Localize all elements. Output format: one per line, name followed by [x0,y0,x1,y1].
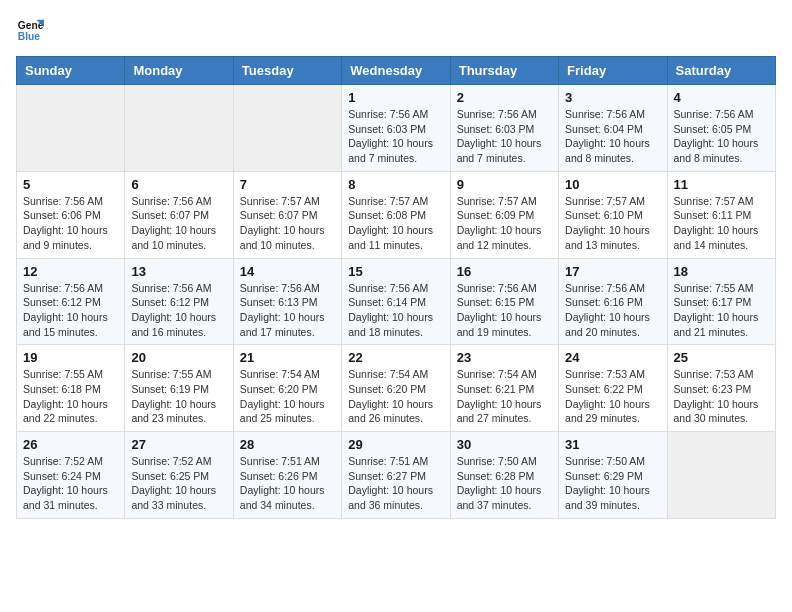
day-info: Sunrise: 7:55 AMSunset: 6:19 PMDaylight:… [131,367,226,426]
week-row-2: 5Sunrise: 7:56 AMSunset: 6:06 PMDaylight… [17,171,776,258]
calendar-cell: 28Sunrise: 7:51 AMSunset: 6:26 PMDayligh… [233,432,341,519]
day-info: Sunrise: 7:57 AMSunset: 6:08 PMDaylight:… [348,194,443,253]
day-number: 24 [565,350,660,365]
calendar-cell: 19Sunrise: 7:55 AMSunset: 6:18 PMDayligh… [17,345,125,432]
calendar-cell [667,432,775,519]
week-row-4: 19Sunrise: 7:55 AMSunset: 6:18 PMDayligh… [17,345,776,432]
calendar-header-row: SundayMondayTuesdayWednesdayThursdayFrid… [17,57,776,85]
day-number: 23 [457,350,552,365]
calendar-cell [233,85,341,172]
day-info: Sunrise: 7:51 AMSunset: 6:27 PMDaylight:… [348,454,443,513]
day-number: 11 [674,177,769,192]
calendar-cell: 20Sunrise: 7:55 AMSunset: 6:19 PMDayligh… [125,345,233,432]
day-header-wednesday: Wednesday [342,57,450,85]
week-row-5: 26Sunrise: 7:52 AMSunset: 6:24 PMDayligh… [17,432,776,519]
calendar-cell: 12Sunrise: 7:56 AMSunset: 6:12 PMDayligh… [17,258,125,345]
calendar-cell: 15Sunrise: 7:56 AMSunset: 6:14 PMDayligh… [342,258,450,345]
day-number: 8 [348,177,443,192]
calendar-cell: 4Sunrise: 7:56 AMSunset: 6:05 PMDaylight… [667,85,775,172]
day-number: 31 [565,437,660,452]
calendar-cell [125,85,233,172]
day-info: Sunrise: 7:56 AMSunset: 6:05 PMDaylight:… [674,107,769,166]
day-number: 28 [240,437,335,452]
day-header-monday: Monday [125,57,233,85]
day-info: Sunrise: 7:50 AMSunset: 6:29 PMDaylight:… [565,454,660,513]
calendar-cell: 1Sunrise: 7:56 AMSunset: 6:03 PMDaylight… [342,85,450,172]
day-number: 5 [23,177,118,192]
calendar-cell: 7Sunrise: 7:57 AMSunset: 6:07 PMDaylight… [233,171,341,258]
day-info: Sunrise: 7:54 AMSunset: 6:21 PMDaylight:… [457,367,552,426]
week-row-3: 12Sunrise: 7:56 AMSunset: 6:12 PMDayligh… [17,258,776,345]
calendar-cell: 18Sunrise: 7:55 AMSunset: 6:17 PMDayligh… [667,258,775,345]
day-header-saturday: Saturday [667,57,775,85]
day-info: Sunrise: 7:57 AMSunset: 6:11 PMDaylight:… [674,194,769,253]
day-header-tuesday: Tuesday [233,57,341,85]
calendar-cell: 25Sunrise: 7:53 AMSunset: 6:23 PMDayligh… [667,345,775,432]
calendar-cell: 11Sunrise: 7:57 AMSunset: 6:11 PMDayligh… [667,171,775,258]
calendar-cell [17,85,125,172]
day-info: Sunrise: 7:56 AMSunset: 6:07 PMDaylight:… [131,194,226,253]
calendar-cell: 29Sunrise: 7:51 AMSunset: 6:27 PMDayligh… [342,432,450,519]
calendar-cell: 24Sunrise: 7:53 AMSunset: 6:22 PMDayligh… [559,345,667,432]
week-row-1: 1Sunrise: 7:56 AMSunset: 6:03 PMDaylight… [17,85,776,172]
day-number: 7 [240,177,335,192]
day-info: Sunrise: 7:50 AMSunset: 6:28 PMDaylight:… [457,454,552,513]
day-number: 27 [131,437,226,452]
calendar-cell: 8Sunrise: 7:57 AMSunset: 6:08 PMDaylight… [342,171,450,258]
day-number: 15 [348,264,443,279]
calendar-cell: 22Sunrise: 7:54 AMSunset: 6:20 PMDayligh… [342,345,450,432]
logo: General Blue [16,16,48,44]
day-number: 10 [565,177,660,192]
day-info: Sunrise: 7:57 AMSunset: 6:07 PMDaylight:… [240,194,335,253]
day-info: Sunrise: 7:52 AMSunset: 6:25 PMDaylight:… [131,454,226,513]
page-header: General Blue [16,16,776,44]
day-number: 26 [23,437,118,452]
calendar-cell: 3Sunrise: 7:56 AMSunset: 6:04 PMDaylight… [559,85,667,172]
day-number: 21 [240,350,335,365]
day-info: Sunrise: 7:56 AMSunset: 6:03 PMDaylight:… [348,107,443,166]
calendar-cell: 26Sunrise: 7:52 AMSunset: 6:24 PMDayligh… [17,432,125,519]
day-number: 22 [348,350,443,365]
day-header-thursday: Thursday [450,57,558,85]
day-number: 13 [131,264,226,279]
day-info: Sunrise: 7:54 AMSunset: 6:20 PMDaylight:… [348,367,443,426]
day-number: 14 [240,264,335,279]
day-header-sunday: Sunday [17,57,125,85]
calendar-cell: 6Sunrise: 7:56 AMSunset: 6:07 PMDaylight… [125,171,233,258]
day-number: 19 [23,350,118,365]
day-number: 1 [348,90,443,105]
day-number: 30 [457,437,552,452]
day-number: 16 [457,264,552,279]
day-info: Sunrise: 7:55 AMSunset: 6:17 PMDaylight:… [674,281,769,340]
day-info: Sunrise: 7:56 AMSunset: 6:04 PMDaylight:… [565,107,660,166]
day-info: Sunrise: 7:57 AMSunset: 6:10 PMDaylight:… [565,194,660,253]
day-info: Sunrise: 7:53 AMSunset: 6:23 PMDaylight:… [674,367,769,426]
day-info: Sunrise: 7:55 AMSunset: 6:18 PMDaylight:… [23,367,118,426]
calendar-table: SundayMondayTuesdayWednesdayThursdayFrid… [16,56,776,519]
day-number: 20 [131,350,226,365]
day-number: 25 [674,350,769,365]
day-info: Sunrise: 7:53 AMSunset: 6:22 PMDaylight:… [565,367,660,426]
day-info: Sunrise: 7:54 AMSunset: 6:20 PMDaylight:… [240,367,335,426]
day-number: 12 [23,264,118,279]
calendar-cell: 30Sunrise: 7:50 AMSunset: 6:28 PMDayligh… [450,432,558,519]
day-number: 6 [131,177,226,192]
day-info: Sunrise: 7:56 AMSunset: 6:12 PMDaylight:… [23,281,118,340]
day-number: 29 [348,437,443,452]
calendar-cell: 14Sunrise: 7:56 AMSunset: 6:13 PMDayligh… [233,258,341,345]
day-number: 18 [674,264,769,279]
day-info: Sunrise: 7:56 AMSunset: 6:06 PMDaylight:… [23,194,118,253]
day-number: 2 [457,90,552,105]
day-info: Sunrise: 7:56 AMSunset: 6:14 PMDaylight:… [348,281,443,340]
day-info: Sunrise: 7:56 AMSunset: 6:03 PMDaylight:… [457,107,552,166]
calendar-cell: 23Sunrise: 7:54 AMSunset: 6:21 PMDayligh… [450,345,558,432]
day-info: Sunrise: 7:56 AMSunset: 6:16 PMDaylight:… [565,281,660,340]
day-info: Sunrise: 7:57 AMSunset: 6:09 PMDaylight:… [457,194,552,253]
svg-text:Blue: Blue [18,31,41,42]
day-number: 3 [565,90,660,105]
day-header-friday: Friday [559,57,667,85]
calendar-cell: 2Sunrise: 7:56 AMSunset: 6:03 PMDaylight… [450,85,558,172]
calendar-cell: 10Sunrise: 7:57 AMSunset: 6:10 PMDayligh… [559,171,667,258]
day-info: Sunrise: 7:56 AMSunset: 6:13 PMDaylight:… [240,281,335,340]
calendar-cell: 13Sunrise: 7:56 AMSunset: 6:12 PMDayligh… [125,258,233,345]
